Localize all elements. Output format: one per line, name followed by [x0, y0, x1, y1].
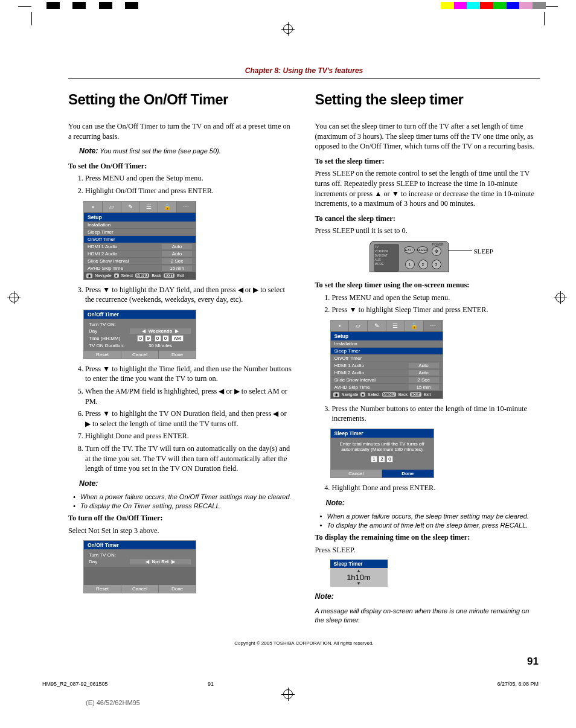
footer-page: 91: [208, 681, 373, 687]
footer-meta: HM95_R2_087-92_061505 91 6/27/05, 6:08 P…: [42, 681, 539, 687]
osd-value: 15 min: [409, 385, 439, 390]
note-label-row: Note:: [79, 479, 293, 489]
osd-item: Sleep Timer: [88, 229, 192, 235]
select-key-icon: ●: [360, 392, 365, 397]
sleep-button-icon: SLEEP: [417, 246, 428, 254]
note-item: To display the On Timer setting, press R…: [80, 502, 293, 509]
osd-item: HDMI 2 Audio: [88, 251, 159, 257]
note-list: When a power failure occurs, the sleep t…: [315, 512, 540, 529]
steps-list: Press MENU and open the Setup menu. High…: [68, 173, 293, 196]
note-label-row: Note:: [315, 592, 540, 602]
back-key-icon: MENU: [135, 273, 149, 278]
tab-icon: ▪: [331, 321, 350, 331]
num-2-button: 2: [418, 260, 428, 269]
exit-button-icon: EXIT: [404, 246, 415, 254]
page-number: 91: [527, 656, 539, 668]
subheading: To display the remaining time on the sle…: [315, 532, 540, 543]
nav-key-icon: ◉: [86, 273, 92, 278]
step: Press ▼ to highlight the Time field, and…: [85, 364, 293, 384]
left-arrow-icon: ◀: [146, 559, 149, 564]
steps-list: Press ▼ to highlight the Time field, and…: [68, 364, 293, 474]
intro-para: You can use the On/Off Timer to turn the…: [68, 121, 293, 141]
note-label: Note:: [79, 147, 98, 155]
body-text: Select Not Set in step 3 above.: [68, 526, 293, 536]
osd-item: Slide Show Interval: [334, 377, 406, 383]
num-1-button: 1: [405, 260, 415, 269]
done-button: Done: [382, 470, 434, 477]
footer-file: HM95_R2_087-92_061505: [42, 681, 208, 687]
osd-label: Turn TV ON:: [89, 552, 130, 558]
subheading: To set the On/Off Timer:: [68, 161, 293, 171]
crop-mark: [544, 12, 545, 25]
steps-list: Press MENU and open the Setup menu. Pres…: [315, 293, 540, 315]
nav-key-icon: ◉: [333, 392, 339, 397]
reset-button: Reset: [84, 351, 121, 359]
registration-mark-icon: [283, 24, 293, 34]
content-area: Chapter 8: Using the TV's features Setti…: [0, 0, 576, 646]
osd-tabs: ▪▱✎☰🔒⋯: [331, 321, 443, 332]
osd-value: Auto: [162, 244, 192, 249]
osd-item: HDMI 1 Audio: [334, 363, 406, 368]
remote-mode-screen: TV VCR/PVR DVD/SAT AUX MODE: [374, 244, 399, 272]
registration-mark-icon: [9, 293, 19, 302]
osd-onoff-timer-notset: On/Off Timer Turn TV ON: Day◀ Not Set ▶ …: [83, 540, 196, 593]
tab-icon: ▱: [103, 202, 121, 212]
note-item: When a power failure occurs, the On/Off …: [80, 493, 293, 500]
steps-list: Press the Number buttons to enter the le…: [315, 404, 540, 424]
osd-value: Auto: [162, 251, 192, 257]
osd-item: HDMI 1 Audio: [88, 244, 159, 249]
section-heading-sleep: Setting the sleep timer: [315, 91, 540, 108]
step: Press MENU and open the Setup menu.: [85, 173, 293, 184]
cancel-button: Cancel: [331, 470, 383, 477]
osd-buttons: Reset Cancel Done: [84, 585, 196, 593]
note-item: To display the amount of time left on th…: [327, 522, 540, 529]
down-arrow-icon: ▼: [330, 582, 388, 586]
body-text: Press SLEEP until it is set to 0.: [315, 226, 540, 236]
tab-icon: ✎: [121, 202, 140, 212]
body-text: Press SLEEP.: [315, 545, 540, 555]
crop-mark: [31, 12, 32, 25]
power-button-icon: ⏻: [432, 246, 441, 256]
remote-illustration: TV VCR/PVR DVD/SAT AUX MODE POWER EXIT S…: [370, 241, 490, 274]
osd-buttons: Cancel Done: [331, 470, 434, 477]
subheading: To turn off the On/Off Timer:: [68, 513, 293, 523]
osd-tabs: ▪▱✎☰🔒⋯: [84, 202, 196, 213]
tab-icon: ✎: [368, 321, 386, 331]
osd-label: Day: [89, 559, 130, 564]
intro-para: You can set the sleep timer to turn off …: [315, 121, 540, 152]
osd-value: Auto: [409, 363, 439, 368]
select-key-icon: ●: [114, 273, 119, 278]
osd-label: Day: [89, 328, 130, 334]
done-button: Done: [159, 351, 196, 359]
subheading: To cancel the sleep timer:: [315, 214, 540, 224]
step: Highlight Done and press ENTER.: [85, 431, 293, 441]
dialog-message: Enter total minutes until the TV turns o…: [334, 441, 430, 452]
osd-value: Not Set: [152, 559, 169, 564]
osd-footer: ◉Navigate ●Select MENUBack EXITExit: [84, 272, 196, 279]
step: Press ▼ to highlight Sleep Timer and pre…: [332, 305, 540, 315]
osd-buttons: Reset Cancel Done: [84, 351, 196, 359]
note-item: When a power failure occurs, the sleep t…: [327, 512, 540, 520]
body-text: Press SLEEP on the remote control to set…: [315, 168, 540, 208]
right-arrow-icon: ▶: [171, 559, 175, 564]
sleep-callout-label: SLEEP: [474, 247, 493, 255]
step: Press the Number buttons to enter the le…: [332, 404, 540, 424]
two-column-layout: Setting the On/Off Timer You can use the…: [68, 91, 540, 630]
osd-label: Time (HH:MM): [89, 336, 130, 341]
osd-value: Weekends: [149, 328, 172, 334]
osd-onoff-timer: On/Off Timer Turn TV ON: Day◀ Weekends ▶…: [83, 310, 196, 359]
osd-item: HDMI 2 Audio: [334, 370, 406, 375]
color-calibration-bar: [33, 2, 546, 9]
step: Press ▼ to highlight the DAY field, and …: [85, 285, 293, 305]
crop-mark: [545, 6, 558, 7]
tab-icon: ☰: [386, 321, 405, 331]
step: When the AM/PM field is highlighted, pre…: [85, 386, 293, 406]
osd-title: Setup: [84, 213, 196, 222]
right-arrow-icon: ▶: [175, 328, 179, 334]
step: Turn off the TV. The TV will turn on aut…: [85, 444, 293, 474]
osd-title: Sleep Timer: [331, 429, 434, 438]
osd-item-selected: On/Off Timer: [88, 237, 192, 242]
osd-setup-menu: ▪▱✎☰🔒⋯ Setup Installation Sleep Timer On…: [83, 201, 196, 280]
osd-footer: ◉Navigate ●Select MENUBack EXITExit: [331, 391, 443, 398]
tab-icon: ▪: [84, 202, 103, 212]
